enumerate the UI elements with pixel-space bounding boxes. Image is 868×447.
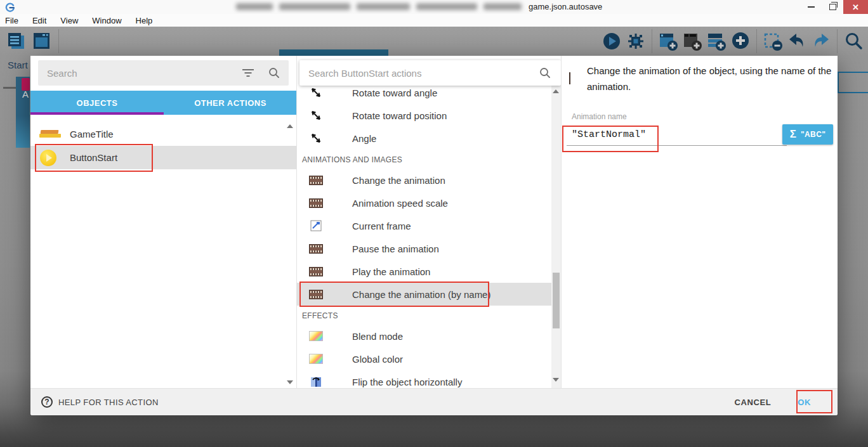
- add-event-icon[interactable]: [706, 29, 727, 53]
- menu-help[interactable]: Help: [129, 16, 160, 25]
- scroll-down-arrow[interactable]: [553, 378, 559, 382]
- add-icon[interactable]: [730, 29, 751, 53]
- toolbar-divider: [652, 29, 652, 53]
- action-row[interactable]: Pause the animation: [297, 237, 551, 260]
- toolbar-right: [601, 29, 864, 53]
- tab-other-actions[interactable]: OTHER ACTIONS: [164, 91, 297, 115]
- undo-icon[interactable]: [786, 29, 808, 53]
- search-icon: [268, 67, 280, 79]
- close-icon: ✕: [852, 3, 859, 12]
- objects-scroll-down-arrow[interactable]: [287, 380, 293, 384]
- event-text-fragment: A: [22, 89, 29, 100]
- filter-icon[interactable]: [242, 68, 254, 77]
- delete-selection-icon[interactable]: [762, 29, 784, 53]
- film-strip-icon: [308, 267, 324, 276]
- title-bar: game.json.autosave ✕: [0, 0, 868, 14]
- add-layer-icon[interactable]: [681, 29, 703, 53]
- action-row[interactable]: Change the animation: [297, 169, 551, 191]
- action-row[interactable]: Current frame: [297, 214, 551, 237]
- buttonstart-thumbnail-icon: [39, 150, 57, 166]
- help-link[interactable]: ? HELP FOR THIS ACTION: [41, 396, 159, 408]
- add-object-icon[interactable]: [657, 29, 679, 53]
- objects-panel: OBJECTS OTHER ACTIONS GameTitle ButtonSt…: [30, 56, 297, 388]
- project-manager-icon[interactable]: [5, 29, 27, 53]
- search-icon[interactable]: [843, 29, 864, 53]
- menu-file[interactable]: File: [5, 16, 25, 25]
- instruction-editor-dialog: OBJECTS OTHER ACTIONS GameTitle ButtonSt…: [30, 56, 838, 415]
- search-icon: [539, 67, 551, 79]
- action-row[interactable]: Play the animation: [297, 260, 551, 283]
- scrollbar-thumb[interactable]: [553, 273, 560, 328]
- action-row[interactable]: Rotate toward position: [297, 104, 551, 127]
- toolbar-divider: [837, 29, 838, 53]
- animation-name-input[interactable]: [567, 127, 787, 146]
- scene-editor-icon[interactable]: [30, 29, 52, 53]
- objects-tab-bar: OBJECTS OTHER ACTIONS: [30, 91, 297, 115]
- background-field-fragment: [838, 72, 868, 93]
- action-row-selected[interactable]: Change the animation (by name): [297, 283, 551, 306]
- toolbar-divider: [756, 29, 757, 53]
- actions-search-input[interactable]: [299, 68, 539, 79]
- gametitle-thumbnail-icon: [39, 130, 57, 138]
- flip-horizontal-icon: [308, 376, 324, 387]
- toolbar-divider: [58, 29, 59, 53]
- cancel-button[interactable]: CANCEL: [726, 392, 780, 413]
- scene-tab-highlight: [279, 49, 388, 56]
- actions-scrollbar[interactable]: [551, 84, 561, 388]
- app-logo-icon: [5, 2, 15, 12]
- play-icon[interactable]: [601, 29, 622, 53]
- action-row[interactable]: Global color: [297, 347, 551, 370]
- object-row-buttonstart[interactable]: ButtonStart: [30, 146, 297, 169]
- scroll-up-arrow[interactable]: [553, 89, 559, 93]
- tab-start-page[interactable]: Start Page: [8, 60, 31, 70]
- action-row[interactable]: Blend mode: [297, 325, 551, 347]
- rainbow-icon: [308, 354, 324, 364]
- debug-icon[interactable]: [625, 29, 647, 53]
- gdevelop-window: game.json.autosave ✕ File Edit View Wind…: [0, 0, 868, 447]
- animation-name-label: Animation name: [572, 112, 627, 121]
- action-section-header: EFFECTS: [302, 307, 549, 325]
- redo-icon[interactable]: [810, 29, 832, 53]
- rotate-arrow-icon: [308, 109, 324, 122]
- rotate-arrow-icon: [308, 86, 324, 99]
- object-row-gametitle[interactable]: GameTitle: [30, 122, 297, 146]
- actions-panel: Rotate toward angle Rotate toward positi…: [297, 56, 561, 388]
- objects-scroll-up-arrow[interactable]: [287, 124, 293, 128]
- menu-window[interactable]: Window: [85, 16, 128, 25]
- restore-button[interactable]: [822, 0, 843, 14]
- active-tab-indicator: [30, 112, 164, 115]
- rotate-arrow-icon: [308, 132, 324, 145]
- ok-button[interactable]: OK: [789, 392, 820, 413]
- menu-edit[interactable]: Edit: [25, 16, 53, 25]
- tab-objects[interactable]: OBJECTS: [30, 91, 164, 115]
- film-strip-icon: [569, 73, 570, 84]
- menu-view[interactable]: View: [53, 16, 85, 25]
- toolbar-left: [5, 29, 62, 53]
- film-strip-icon: [308, 290, 324, 299]
- window-title: game.json.autosave: [529, 2, 602, 11]
- action-description: Change the animation of the object, usin…: [587, 63, 836, 94]
- help-question-icon: ?: [41, 396, 53, 408]
- actions-search-box: [299, 60, 561, 86]
- redacted-title-path: [236, 3, 522, 10]
- film-strip-icon: [308, 198, 324, 208]
- minimize-button[interactable]: [800, 0, 822, 14]
- current-frame-icon: [308, 220, 324, 231]
- expression-editor-button[interactable]: Σ "ABC": [782, 124, 833, 145]
- rainbow-icon: [308, 331, 324, 341]
- close-button[interactable]: ✕: [843, 0, 868, 14]
- dialog-footer: ? HELP FOR THIS ACTION CANCEL OK: [30, 388, 838, 415]
- objects-search-input[interactable]: [38, 68, 242, 79]
- objects-search-box: [38, 60, 289, 86]
- film-strip-icon: [308, 176, 324, 185]
- parameters-panel: Change the animation of the object, usin…: [562, 56, 838, 388]
- event-connector-fragment: [3, 87, 16, 89]
- restore-icon: [829, 4, 836, 10]
- sigma-icon: Σ: [790, 128, 796, 141]
- action-section-header: ANIMATIONS AND IMAGES: [302, 151, 549, 169]
- film-strip-icon: [308, 244, 324, 254]
- action-row[interactable]: Flip the object horizontally: [297, 370, 551, 388]
- action-row[interactable]: Animation speed scale: [297, 191, 551, 214]
- minimize-icon: [808, 6, 815, 8]
- action-row[interactable]: Angle: [297, 127, 551, 150]
